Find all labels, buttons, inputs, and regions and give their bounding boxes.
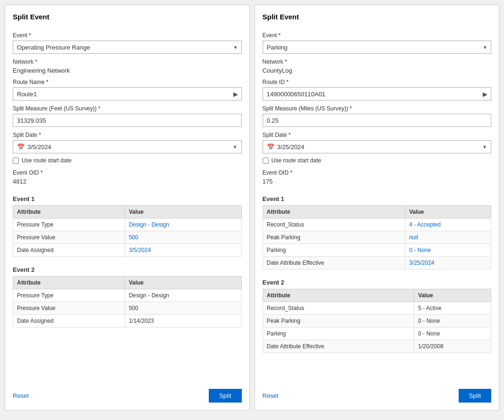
table-row: Record_Status — [263, 302, 414, 315]
table-row: 0 - None — [414, 328, 491, 340]
split-date-value-1: 3/5/2024 — [27, 143, 233, 151]
table-row: 4 - Accepted — [405, 218, 491, 231]
event-select-1[interactable]: Operating Pressure Range — [13, 41, 242, 54]
event2-title-1: Event 2 — [13, 266, 242, 273]
table-row: 0 - None — [414, 315, 491, 328]
use-route-start-date-row-1: Use route start date — [13, 157, 242, 164]
split-measure-label-1: Split Measure (Feet (US Survey)) * — [13, 105, 242, 112]
route-name-wrapper-1: ▶ — [13, 87, 242, 101]
table-row: Pressure Type — [13, 289, 125, 302]
split-date-wrapper-2[interactable]: 📅 3/25/2024 ▼ — [263, 140, 492, 153]
event2-table-1: Attribute Value Pressure TypeDesign - De… — [13, 276, 242, 328]
panel-2: Split Event Event * Parking ▼ Network * … — [255, 5, 500, 411]
split-measure-input-2[interactable] — [263, 114, 492, 127]
split-date-label-1: Split Date * — [13, 132, 242, 138]
event-oid-label-2: Event OID * — [263, 169, 492, 176]
split-button-2[interactable]: Split — [459, 389, 491, 403]
panel-2-title: Split Event — [263, 13, 492, 21]
table-row: Date Assigned — [13, 315, 125, 328]
event-select-wrapper-1: Operating Pressure Range ▼ — [13, 41, 242, 54]
split-date-arrow-2: ▼ — [482, 144, 487, 150]
panel-1-title: Split Event — [13, 13, 242, 21]
event1-col2-header-2: Value — [405, 206, 491, 218]
table-row: 3/5/2024 — [125, 244, 241, 257]
event2-title-2: Event 2 — [263, 279, 492, 286]
table-row: Design - Design — [125, 289, 241, 302]
table-row: Record_Status — [263, 218, 405, 231]
panel-2-footer: Reset Split — [263, 381, 492, 403]
table-row: Peak Parking — [263, 231, 405, 244]
event-oid-value-1: 4812 — [13, 178, 242, 185]
split-button-1[interactable]: Split — [209, 389, 241, 403]
event1-table-2: Attribute Value Record_Status4 - Accepte… — [263, 205, 492, 269]
event-select-wrapper-2: Parking ▼ — [263, 41, 492, 54]
event1-title-2: Event 1 — [263, 195, 492, 202]
use-route-start-date-label-2: Use route start date — [272, 157, 321, 164]
route-id-icon-2[interactable]: ▶ — [483, 91, 487, 98]
calendar-icon-1: 📅 — [17, 143, 25, 151]
table-row: Design - Design — [125, 218, 241, 231]
table-row: 1/14/2023 — [125, 315, 241, 328]
table-row: Pressure Type — [13, 218, 125, 231]
table-row: 500 — [125, 231, 241, 244]
event2-col1-header-1: Attribute — [13, 277, 125, 289]
split-date-label-2: Split Date * — [263, 132, 492, 138]
table-row: 1/20/2008 — [414, 340, 491, 353]
event2-col2-header-1: Value — [125, 277, 241, 289]
reset-button-2[interactable]: Reset — [263, 392, 279, 399]
use-route-start-date-row-2: Use route start date — [263, 157, 492, 164]
network-value-2: CountyLog — [263, 67, 492, 74]
use-route-start-date-checkbox-1[interactable] — [13, 158, 19, 164]
split-date-wrapper-1[interactable]: 📅 3/5/2024 ▼ — [13, 140, 242, 153]
table-row: 500 — [125, 302, 241, 315]
table-row: Parking — [263, 244, 405, 257]
route-id-label-2: Route ID * — [263, 79, 492, 85]
event-label-1: Event * — [13, 32, 242, 39]
route-id-wrapper-2: ▶ — [263, 87, 492, 101]
reset-button-1[interactable]: Reset — [13, 392, 29, 399]
event1-col1-header-1: Attribute — [13, 206, 125, 218]
event1-col1-header-2: Attribute — [263, 206, 405, 218]
use-route-start-date-checkbox-2[interactable] — [263, 158, 269, 164]
use-route-start-date-label-1: Use route start date — [22, 157, 71, 164]
split-date-value-2: 3/25/2024 — [277, 143, 483, 151]
table-row: Pressure Value — [13, 231, 125, 244]
panel-1-footer: Reset Split — [13, 381, 242, 403]
table-row: Pressure Value — [13, 302, 125, 315]
calendar-icon-2: 📅 — [267, 143, 274, 151]
event-oid-label-1: Event OID * — [13, 169, 242, 176]
table-row: Date Attribute Effective — [263, 257, 405, 269]
table-row: Peak Parking — [263, 315, 414, 328]
event2-col2-header-2: Value — [414, 289, 491, 302]
event-select-2[interactable]: Parking — [263, 41, 492, 54]
route-name-input-1[interactable] — [13, 87, 242, 101]
event-oid-value-2: 175 — [263, 178, 492, 185]
table-row: Parking — [263, 328, 414, 340]
event1-title-1: Event 1 — [13, 195, 242, 202]
table-row: null — [405, 231, 491, 244]
table-row: 5 - Active — [414, 302, 491, 315]
route-id-input-2[interactable] — [263, 87, 492, 101]
event2-col1-header-2: Attribute — [263, 289, 414, 302]
split-measure-input-1[interactable] — [13, 114, 242, 127]
table-row: Date Attribute Effective — [263, 340, 414, 353]
split-measure-label-2: Split Measure (Miles (US Survey)) * — [263, 105, 492, 112]
split-date-arrow-1: ▼ — [233, 144, 238, 150]
table-row: 0 - None — [405, 244, 491, 257]
event1-col2-header-1: Value — [125, 206, 241, 218]
event2-table-2: Attribute Value Record_Status5 - ActiveP… — [263, 289, 492, 353]
table-row: Date Assigned — [13, 244, 125, 257]
network-value-1: Engineering Network — [13, 67, 242, 74]
route-name-icon-1[interactable]: ▶ — [233, 91, 238, 98]
network-label-2: Network * — [263, 59, 492, 65]
route-name-label-1: Route Name * — [13, 79, 242, 85]
panel-1: Split Event Event * Operating Pressure R… — [5, 5, 250, 411]
table-row: 3/25/2024 — [405, 257, 491, 269]
event-label-2: Event * — [263, 32, 492, 39]
network-label-1: Network * — [13, 59, 242, 65]
event1-table-1: Attribute Value Pressure TypeDesign - De… — [13, 205, 242, 257]
